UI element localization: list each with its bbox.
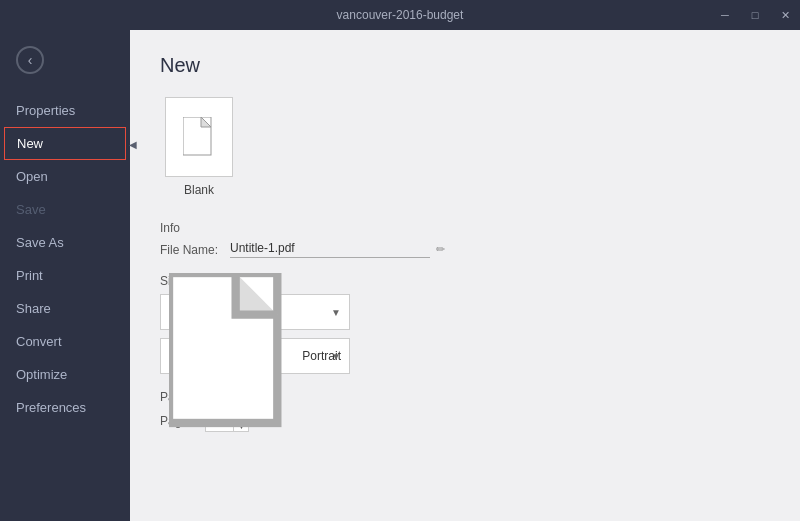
svg-rect-2 [169,273,277,423]
sidebar-item-share[interactable]: Share [0,292,130,325]
orientation-dropdown[interactable]: Portrait ▼ [160,338,350,374]
sidebar-item-convert[interactable]: Convert [0,325,130,358]
template-grid: Blank [160,97,770,197]
sidebar-item-save-as[interactable]: Save As [0,226,130,259]
sidebar-item-optimize[interactable]: Optimize [0,358,130,391]
title-bar-controls: ─ □ ✕ [710,0,800,30]
window-title: vancouver-2016-budget [337,8,464,22]
template-blank-icon [165,97,233,177]
size-section: Size A4 8.27 in x 11.69 in ▼ [160,274,770,374]
content-area: New Blank Info File Name: Untitle-1.pdf [130,30,800,521]
back-button[interactable]: ‹ [8,38,52,82]
orientation-doc-icon [169,273,302,440]
orientation-dropdown-arrow: ▼ [331,351,341,362]
template-blank[interactable]: Blank [160,97,238,197]
back-circle-icon[interactable]: ‹ [16,46,44,74]
info-section-label: Info [160,221,770,235]
size-dropdown-arrow: ▼ [331,307,341,318]
sidebar-item-properties[interactable]: Properties [0,94,130,127]
main-layout: ‹ Properties New Open Save Save As Print… [0,30,800,521]
blank-doc-svg [183,117,215,157]
edit-icon[interactable]: ✏ [436,243,445,256]
filename-text[interactable]: Untitle-1.pdf [230,241,430,258]
sidebar-item-preferences[interactable]: Preferences [0,391,130,424]
title-bar: vancouver-2016-budget ─ □ ✕ [0,0,800,30]
template-blank-label: Blank [184,183,214,197]
filename-value: Untitle-1.pdf ✏ [230,241,770,258]
minimize-button[interactable]: ─ [710,0,740,30]
maximize-button[interactable]: □ [740,0,770,30]
sidebar-nav: Properties New Open Save Save As Print S… [0,90,130,428]
close-button[interactable]: ✕ [770,0,800,30]
filename-label: File Name: [160,243,230,257]
filename-row: File Name: Untitle-1.pdf ✏ [160,241,770,258]
sidebar-item-print[interactable]: Print [0,259,130,292]
sidebar: ‹ Properties New Open Save Save As Print… [0,30,130,521]
sidebar-item-new[interactable]: New [4,127,126,160]
sidebar-item-open[interactable]: Open [0,160,130,193]
page-title: New [160,54,770,77]
sidebar-item-save: Save [0,193,130,226]
